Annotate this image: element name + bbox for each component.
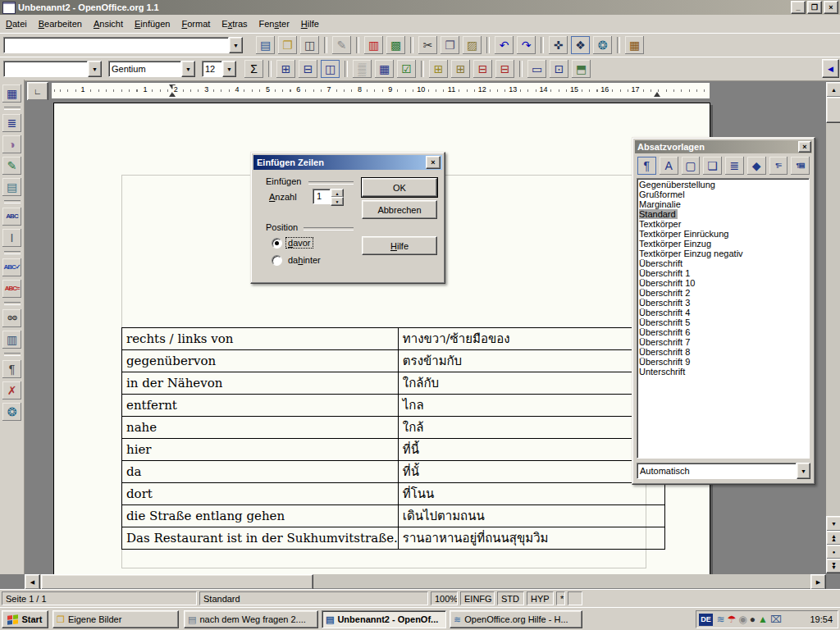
ruler-corner-button[interactable]: ∟: [27, 82, 48, 101]
menu-datei[interactable]: Datei: [0, 16, 33, 31]
cell-german[interactable]: entfernt: [122, 395, 399, 417]
style-item[interactable]: Überschrift 5: [639, 317, 690, 327]
cell-thai[interactable]: ทางขวา/ซ้ายมือของ: [398, 328, 664, 350]
paragraph-styles-panel[interactable]: Absatzvorlagen × ¶A▢❏≣◆¶≡¶▤ Gegenüberste…: [632, 137, 815, 485]
style-item[interactable]: Textkörper Einzug negativ: [639, 249, 743, 258]
delete-row-icon[interactable]: ⊟: [472, 59, 493, 79]
cell-thai[interactable]: ใกล้: [398, 417, 664, 439]
insert-rows-dialog[interactable]: Einfügen Zeilen × Einfügen Anzahl 1 ▲ ▼ …: [250, 152, 445, 284]
style-list-row[interactable]: Überschrift 8: [639, 347, 809, 357]
vocabulary-table[interactable]: rechts / links vonทางขวา/ซ้ายมือของgegen…: [121, 327, 665, 550]
status-extra[interactable]: [568, 591, 582, 605]
status-template[interactable]: Standard: [199, 591, 428, 605]
export-pdf-icon[interactable]: ▥: [363, 35, 384, 55]
cell-german[interactable]: rechts / links von: [122, 328, 399, 350]
navigator-icon[interactable]: ✜: [548, 35, 568, 55]
new-document-icon[interactable]: ▤: [255, 35, 276, 55]
dialog-close-icon[interactable]: ×: [426, 156, 441, 169]
insert-object-icon[interactable]: ◑: [2, 135, 22, 154]
style-list-row[interactable]: Überschrift 10: [639, 278, 809, 288]
menu-hilfe[interactable]: Hilfe: [295, 16, 325, 31]
volume-icon[interactable]: ◉: [738, 614, 746, 624]
status-zoom[interactable]: 100%: [431, 591, 458, 605]
spellcheck-icon[interactable]: ABC✓: [2, 258, 22, 277]
style-value[interactable]: [3, 61, 88, 77]
background-color-icon[interactable]: ⬒: [571, 59, 591, 79]
style-item[interactable]: Standard: [639, 209, 678, 219]
nonprinting-characters-icon[interactable]: ¶: [2, 359, 22, 379]
insert-row-icon[interactable]: ⊞: [428, 59, 449, 79]
style-list[interactable]: GegenüberstellungGrußformelMarginalieSta…: [637, 178, 810, 459]
menu-bearbeiten[interactable]: Bearbeiten: [33, 16, 88, 31]
task-button[interactable]: ▤nach dem Weg fragen 2....: [184, 610, 318, 628]
previous-page-button[interactable]: ▲▲: [826, 531, 840, 546]
find-replace-icon[interactable]: ⊙⊙: [2, 308, 22, 328]
radio-after-label[interactable]: dahinter: [288, 255, 321, 265]
style-item[interactable]: Überschrift 7: [639, 337, 690, 347]
vscroll-thumb[interactable]: [826, 97, 840, 123]
save-icon[interactable]: ◫: [299, 35, 320, 55]
status-selection-mode[interactable]: STD: [497, 591, 524, 605]
table-autoformat-icon[interactable]: ☑: [396, 59, 417, 79]
style-list-row[interactable]: Überschrift 6: [639, 327, 809, 337]
autotext-icon[interactable]: ABC: [2, 207, 22, 226]
auto-spellcheck-icon[interactable]: ABC≈: [2, 279, 22, 299]
cell-thai[interactable]: ไกล: [398, 395, 664, 417]
font-name-value[interactable]: Gentium: [108, 61, 181, 77]
draw-functions-icon[interactable]: ✎: [2, 156, 22, 176]
update-style-icon[interactable]: ¶▤: [790, 156, 810, 176]
cell-thai[interactable]: รานอาหานอยู่ที่ถนนสุขุมวิม: [398, 527, 664, 550]
dialog-title-bar[interactable]: Einfügen Zeilen ×: [253, 155, 442, 170]
sum-icon[interactable]: Σ: [244, 59, 264, 79]
menu-format[interactable]: Format: [176, 16, 216, 31]
merge-cells-icon[interactable]: ⊞: [276, 59, 296, 79]
horizontal-scrollbar[interactable]: ◀ ▶: [25, 574, 826, 588]
style-list-row[interactable]: Grußformel: [639, 189, 809, 199]
gallery-icon[interactable]: ▦: [624, 35, 645, 55]
border-style-icon[interactable]: ⊡: [549, 59, 569, 79]
style-list-row[interactable]: Textkörper: [639, 219, 809, 229]
shading-icon[interactable]: ▒: [352, 59, 372, 79]
frame-manually-icon[interactable]: ▭: [527, 59, 547, 79]
numbering-styles-icon[interactable]: ≣: [724, 156, 745, 176]
style-list-row[interactable]: Überschrift 3: [639, 298, 809, 308]
fontsize-combobox[interactable]: 12 ▼: [202, 61, 236, 77]
style-item[interactable]: Überschrift 4: [639, 308, 690, 317]
page-styles-icon[interactable]: ❏: [702, 156, 723, 176]
quickstarter-icon[interactable]: ≋: [717, 614, 725, 624]
style-list-row[interactable]: Textkörper Einzug: [639, 239, 809, 249]
open-icon[interactable]: ❐: [277, 35, 298, 55]
start-button[interactable]: Start: [2, 610, 48, 628]
menu-einfügen[interactable]: Einfügen: [129, 16, 176, 31]
task-button[interactable]: ▤Unbenannt2 - OpenOf...: [322, 610, 446, 628]
delete-column-icon[interactable]: ⊟: [495, 59, 515, 79]
style-item[interactable]: Gegenüberstellung: [639, 180, 715, 189]
mouse-icon[interactable]: ●: [750, 614, 756, 624]
insert-fields-icon[interactable]: ≣: [2, 113, 22, 133]
style-combobox[interactable]: ▼: [3, 61, 102, 77]
cell-thai[interactable]: ที่นี้: [398, 439, 664, 461]
cell-german[interactable]: dort: [122, 483, 399, 505]
direct-cursor-icon[interactable]: I: [2, 228, 22, 248]
style-filter-value[interactable]: Automatisch: [637, 463, 797, 479]
table-row[interactable]: Das Restaurant ist in der Sukhumvitstraß…: [122, 527, 665, 550]
scroll-up-button[interactable]: ▲: [826, 82, 840, 98]
cancel-button[interactable]: Abbrechen: [362, 200, 437, 219]
style-item[interactable]: Marginalie: [639, 199, 681, 209]
redo-icon[interactable]: ↷: [516, 35, 536, 55]
online-layout-icon[interactable]: ❂: [2, 402, 22, 422]
split-cells-icon[interactable]: ⊟: [298, 59, 318, 79]
close-button[interactable]: ×: [824, 1, 838, 14]
style-item[interactable]: Überschrift 6: [639, 327, 690, 337]
cell-german[interactable]: nahe: [122, 417, 399, 439]
split-cell-vertical-icon[interactable]: ◫: [320, 59, 340, 79]
style-item[interactable]: Textkörper Einzug: [639, 239, 711, 249]
table-row[interactable]: dortที่โนน: [122, 483, 665, 505]
cut-icon[interactable]: ✂: [418, 35, 438, 55]
copy-icon[interactable]: ❐: [440, 35, 460, 55]
help-button[interactable]: Hilfe: [362, 236, 437, 255]
stylist-close-icon[interactable]: ×: [798, 141, 811, 153]
antivirus-icon[interactable]: ☂: [728, 614, 737, 624]
cell-german[interactable]: Das Restaurant ist in der Sukhumvitstraß…: [122, 527, 399, 550]
table-borders-icon[interactable]: ▦: [374, 59, 395, 79]
